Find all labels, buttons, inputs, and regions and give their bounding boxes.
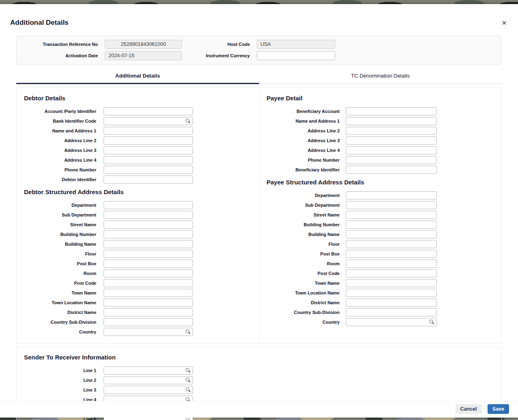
field-row: Beneficiary Identifier — [267, 165, 494, 175]
save-button[interactable]: Save — [488, 404, 509, 414]
name-and-address-1-input[interactable] — [346, 117, 437, 125]
building-name-input[interactable] — [104, 240, 193, 248]
tab-additional-details[interactable]: Additional Details — [16, 69, 259, 84]
host-code-input — [257, 40, 335, 49]
field-label: Sub Department — [24, 212, 96, 217]
bank-identifier-code-input[interactable] — [104, 117, 193, 125]
sub-department-input[interactable] — [104, 211, 193, 219]
close-icon[interactable]: × — [502, 19, 507, 27]
search-icon[interactable] — [429, 320, 434, 325]
field-label: Department — [267, 193, 340, 198]
cancel-button[interactable]: Cancel — [455, 404, 482, 414]
field-label: Town Name — [267, 281, 340, 286]
field-label: District Name — [267, 300, 340, 305]
field-label: Country — [267, 320, 340, 325]
address-line-2-input[interactable] — [346, 127, 437, 135]
field-row: Address Line 2 — [267, 126, 494, 136]
address-line-2-input[interactable] — [104, 136, 193, 145]
tab-tc-denomination-details[interactable]: TC Denomination Details — [259, 69, 502, 84]
field-row: Phone Number — [267, 155, 494, 165]
post-code-input[interactable] — [104, 279, 193, 287]
country-input[interactable] — [346, 318, 437, 326]
field-row: Beneficiary Account — [267, 106, 494, 116]
country-sub-division-input[interactable] — [104, 318, 193, 326]
field-row: Sub Department — [267, 200, 494, 210]
floor-input[interactable] — [346, 240, 437, 248]
phone-number-input[interactable] — [346, 156, 437, 164]
town-name-input[interactable] — [346, 279, 437, 287]
debtor-identifier-input[interactable] — [104, 175, 193, 184]
modal-header: Additional Details × — [0, 4, 518, 27]
beneficiary-identifier-input[interactable] — [346, 166, 437, 174]
address-line-3-input[interactable] — [104, 146, 193, 154]
town-location-name-input[interactable] — [346, 289, 437, 297]
field-label: Town Location Name — [24, 300, 96, 305]
beneficiary-account-input[interactable] — [346, 107, 437, 115]
line-2-input[interactable] — [104, 376, 193, 384]
department-input[interactable] — [346, 191, 437, 199]
building-number-input[interactable] — [104, 230, 193, 238]
street-name-input[interactable] — [346, 211, 437, 219]
town-location-name-input[interactable] — [104, 299, 193, 307]
line-3-input[interactable] — [104, 386, 193, 394]
field-row: Post Box — [24, 259, 251, 268]
post-box-input[interactable] — [104, 260, 193, 268]
name-and-address-1-input[interactable] — [104, 127, 193, 135]
field-input-wrap — [104, 240, 193, 248]
search-icon[interactable] — [186, 329, 191, 334]
field-label: Bank Identifier Code — [24, 119, 96, 123]
field-label: Town Location Name — [267, 290, 340, 295]
district-name-input[interactable] — [104, 308, 193, 316]
address-line-4-input[interactable] — [346, 146, 437, 154]
room-input[interactable] — [104, 269, 193, 277]
field-row: Account /Party Identifier — [24, 106, 251, 116]
search-icon[interactable] — [186, 378, 191, 383]
search-icon[interactable] — [186, 119, 191, 123]
street-name-input[interactable] — [104, 221, 193, 229]
account-party-identifier-input[interactable] — [104, 107, 193, 115]
building-name-input[interactable] — [346, 230, 437, 238]
field-label: District Name — [24, 310, 96, 315]
search-icon[interactable] — [186, 368, 191, 373]
field-label: Building Name — [267, 232, 340, 237]
field-input-wrap — [346, 156, 437, 164]
address-line-3-input[interactable] — [346, 136, 437, 145]
building-number-input[interactable] — [346, 221, 437, 229]
field-input-wrap — [346, 230, 437, 238]
field-row: Room — [24, 268, 251, 278]
post-box-input[interactable] — [346, 250, 437, 258]
activation-date-label: Activation Date — [18, 53, 98, 58]
field-input-wrap — [104, 230, 193, 238]
field-label: Department — [24, 203, 96, 208]
field-row: Country — [267, 317, 494, 327]
department-input[interactable] — [104, 201, 193, 209]
room-input[interactable] — [346, 260, 437, 268]
field-label: Line 3 — [24, 388, 96, 392]
sub-department-input[interactable] — [346, 201, 437, 209]
country-input[interactable] — [104, 328, 193, 336]
instrument-currency-input[interactable] — [257, 51, 335, 60]
field-input-wrap — [104, 211, 193, 219]
floor-input[interactable] — [104, 250, 193, 258]
field-label: Building Number — [267, 222, 340, 227]
sender-to-receiver-section-title: Sender To Receiver Information — [24, 354, 494, 361]
field-row: Room — [267, 259, 494, 268]
field-row: Line 1 — [24, 366, 494, 375]
district-name-input[interactable] — [346, 299, 437, 307]
country-sub-division-input[interactable] — [346, 308, 437, 316]
field-label: Street Name — [267, 212, 340, 217]
search-icon[interactable] — [186, 388, 191, 392]
address-line-4-input[interactable] — [104, 156, 193, 164]
field-input-wrap — [346, 107, 437, 115]
field-row: Street Name — [267, 210, 494, 220]
line-1-input[interactable] — [104, 366, 193, 375]
field-row: Name and Address 1 — [24, 126, 251, 136]
town-name-input[interactable] — [104, 289, 193, 297]
post-code-input[interactable] — [346, 269, 437, 277]
field-label: Country — [24, 329, 96, 334]
field-label: Street Name — [24, 222, 96, 227]
phone-number-input[interactable] — [104, 166, 193, 174]
field-label: Address Line 2 — [24, 138, 96, 143]
field-row: Department — [267, 191, 494, 200]
field-label: Address Line 3 — [24, 148, 96, 153]
